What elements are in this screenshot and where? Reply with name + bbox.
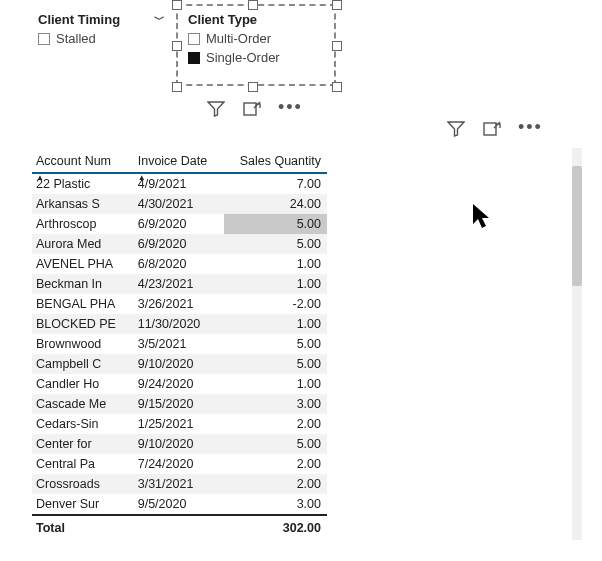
cell-account: Brownwood (32, 334, 134, 354)
svg-rect-1 (484, 123, 496, 135)
cell-invoice-date: 9/10/2020 (134, 354, 224, 374)
cell-invoice-date: 6/8/2020 (134, 254, 224, 274)
table-row[interactable]: Candler Ho9/24/20201.00 (32, 374, 327, 394)
cell-invoice-date: 11/30/2020 (134, 314, 224, 334)
cell-invoice-date: 4/23/2021 (134, 274, 224, 294)
resize-handle[interactable] (332, 0, 342, 10)
cell-account: Cascade Me (32, 394, 134, 414)
slicer-header[interactable]: Client Type (184, 10, 324, 29)
slicer-item[interactable]: Multi-Order (184, 29, 324, 48)
focus-mode-icon[interactable] (242, 100, 262, 118)
table-row[interactable]: Central Pa7/24/20202.00 (32, 454, 327, 474)
report-canvas: Client Timing ﹀ Stalled Client Type Mult… (0, 0, 602, 561)
more-options-icon[interactable]: ••• (278, 102, 303, 116)
table-row[interactable]: 22 Plastic4/9/20217.00 (32, 173, 327, 194)
checkbox-checked[interactable] (188, 52, 200, 64)
resize-handle[interactable] (332, 82, 342, 92)
checkbox-unchecked[interactable] (38, 33, 50, 45)
focus-mode-icon[interactable] (482, 120, 502, 138)
cell-sales-qty: 3.00 (224, 494, 327, 515)
visual-action-bar: ••• (206, 100, 303, 118)
data-table-visual[interactable]: Account Num ▲ Invoice Date ▲ Sales Quant… (32, 150, 327, 540)
chevron-down-icon[interactable]: ﹀ (154, 12, 165, 27)
cell-invoice-date: 1/25/2021 (134, 414, 224, 434)
slicer-client-type[interactable]: Client Type Multi-Order Single-Order (184, 10, 324, 67)
filter-icon[interactable] (446, 120, 466, 138)
slicer-item-label: Single-Order (206, 50, 280, 65)
table-row[interactable]: Cascade Me9/15/20203.00 (32, 394, 327, 414)
cell-account: 22 Plastic (32, 173, 134, 194)
cell-invoice-date: 9/24/2020 (134, 374, 224, 394)
column-header-label: Sales Quantity (240, 154, 321, 168)
cell-account: BLOCKED PE (32, 314, 134, 334)
table-row[interactable]: Crossroads3/31/20212.00 (32, 474, 327, 494)
column-header-sales-qty[interactable]: Sales Quantity (224, 150, 327, 173)
sort-asc-icon: ▲ (36, 173, 44, 182)
cell-sales-qty: 1.00 (224, 314, 327, 334)
table-row[interactable]: Campbell C9/10/20205.00 (32, 354, 327, 374)
slicer-item[interactable]: Single-Order (184, 48, 324, 67)
resize-handle[interactable] (172, 0, 182, 10)
resize-handle[interactable] (248, 0, 258, 10)
cell-invoice-date: 3/26/2021 (134, 294, 224, 314)
cell-sales-qty: 1.00 (224, 254, 327, 274)
resize-handle[interactable] (248, 82, 258, 92)
sort-asc-icon: ▲ (138, 173, 146, 182)
table-row[interactable]: Cedars-Sin1/25/20212.00 (32, 414, 327, 434)
slicer-client-timing[interactable]: Client Timing ﹀ Stalled (34, 10, 169, 48)
cell-sales-qty: 5.00 (224, 354, 327, 374)
svg-rect-0 (244, 103, 256, 115)
cell-account: Cedars-Sin (32, 414, 134, 434)
column-header-label: Account Num (36, 154, 111, 168)
column-header-invoice-date[interactable]: Invoice Date ▲ (134, 150, 224, 173)
checkbox-unchecked[interactable] (188, 33, 200, 45)
cell-account: Candler Ho (32, 374, 134, 394)
cell-account: Aurora Med (32, 234, 134, 254)
slicer-title: Client Timing (38, 12, 120, 27)
table-row[interactable]: Denver Sur9/5/20203.00 (32, 494, 327, 515)
table-row[interactable]: BENGAL PHA3/26/2021-2.00 (32, 294, 327, 314)
table-row[interactable]: BLOCKED PE11/30/20201.00 (32, 314, 327, 334)
column-header-account[interactable]: Account Num ▲ (32, 150, 134, 173)
cell-account: Arthroscop (32, 214, 134, 234)
cell-account: AVENEL PHA (32, 254, 134, 274)
slicer-item[interactable]: Stalled (34, 29, 169, 48)
visual-action-bar: ••• (446, 120, 543, 138)
table-row[interactable]: Arkansas S4/30/202124.00 (32, 194, 327, 214)
total-label: Total (32, 515, 134, 540)
cell-account: Campbell C (32, 354, 134, 374)
slicer-item-label: Multi-Order (206, 31, 271, 46)
table-row[interactable]: Brownwood3/5/20215.00 (32, 334, 327, 354)
cell-sales-qty: 3.00 (224, 394, 327, 414)
resize-handle[interactable] (332, 41, 342, 51)
cell-sales-qty: 2.00 (224, 414, 327, 434)
cell-account: Central Pa (32, 454, 134, 474)
cell-account: Center for (32, 434, 134, 454)
table-row[interactable]: Aurora Med6/9/20205.00 (32, 234, 327, 254)
filter-icon[interactable] (206, 100, 226, 118)
cell-invoice-date: 9/5/2020 (134, 494, 224, 515)
mouse-cursor (472, 203, 494, 234)
table-row[interactable]: Arthroscop6/9/20205.00 (32, 214, 327, 234)
slicer-header[interactable]: Client Timing ﹀ (34, 10, 169, 29)
table-row[interactable]: Center for9/10/20205.00 (32, 434, 327, 454)
table-row[interactable]: Beckman In4/23/20211.00 (32, 274, 327, 294)
cell-invoice-date: 9/15/2020 (134, 394, 224, 414)
cell-account: Denver Sur (32, 494, 134, 515)
more-options-icon[interactable]: ••• (518, 122, 543, 136)
cell-sales-qty: 1.00 (224, 274, 327, 294)
scrollbar-track[interactable] (572, 148, 582, 540)
total-value: 302.00 (224, 515, 327, 540)
cell-sales-qty: 1.00 (224, 374, 327, 394)
cell-account: Beckman In (32, 274, 134, 294)
resize-handle[interactable] (172, 41, 182, 51)
resize-handle[interactable] (172, 82, 182, 92)
scrollbar-thumb[interactable] (572, 166, 582, 286)
cell-invoice-date: 7/24/2020 (134, 454, 224, 474)
cell-invoice-date: 4/9/2021 (134, 173, 224, 194)
cell-sales-qty: 5.00 (224, 334, 327, 354)
cell-sales-qty: 5.00 (224, 434, 327, 454)
table-row[interactable]: AVENEL PHA6/8/20201.00 (32, 254, 327, 274)
cell-sales-qty: 24.00 (224, 194, 327, 214)
cell-sales-qty: 5.00 (224, 214, 327, 234)
